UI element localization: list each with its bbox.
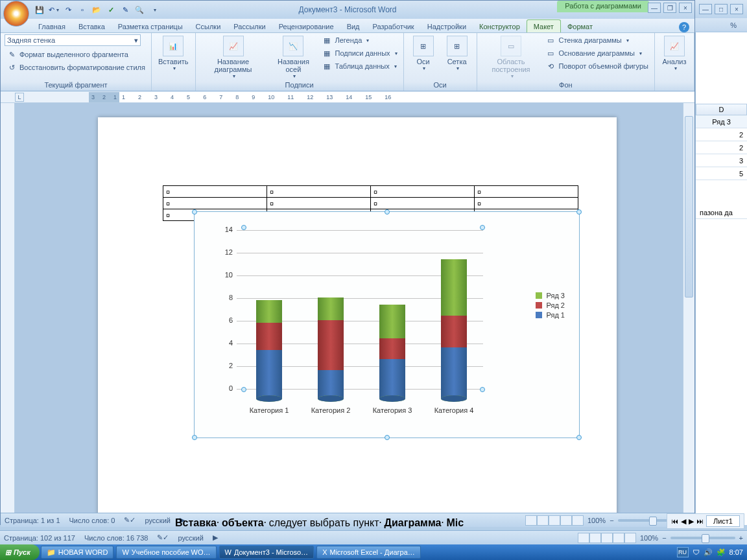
view-web[interactable] — [549, 515, 560, 526]
outer-macro-icon[interactable]: ▶ — [213, 533, 218, 542]
excel-series-header[interactable]: Ряд 3 — [696, 115, 747, 128]
taskbar-word-1[interactable]: WУчебное пособие WO… — [116, 546, 216, 559]
outer-spellcheck-icon[interactable]: ✎✓ — [157, 533, 169, 542]
office-button[interactable] — [3, 1, 29, 27]
plot-area-button[interactable]: ▭Область построения — [481, 34, 541, 80]
tab-selector[interactable]: L — [15, 93, 24, 102]
horizontal-ruler[interactable]: L 321 12345678910111213141516 — [1, 91, 694, 103]
sheet-tab[interactable]: Лист1 — [706, 515, 740, 527]
chart-legend[interactable]: Ряд 3Ряд 2Ряд 1 — [536, 290, 565, 321]
tab-review[interactable]: Рецензирование — [272, 20, 340, 32]
outer-view-5[interactable] — [624, 533, 636, 543]
page: ¤¤¤¤ ¤¤¤¤ ¤¤¤¤ 02468101214 Ряд 3 — [98, 117, 617, 513]
zoom-out-button[interactable]: − — [610, 517, 613, 524]
outer-view-1[interactable] — [578, 533, 589, 543]
document-area[interactable]: ¤¤¤¤ ¤¤¤¤ ¤¤¤¤ 02468101214 Ряд 3 — [15, 103, 683, 513]
tab-mailings[interactable]: Рассылки — [227, 20, 272, 32]
close-button[interactable]: × — [679, 3, 692, 13]
spellcheck-status-icon[interactable]: ✎✓ — [124, 516, 136, 524]
tab-developer[interactable]: Разработчик — [366, 20, 421, 32]
data-labels-button[interactable]: ▦Подписи данных — [320, 47, 399, 59]
outer-language[interactable]: русский — [178, 534, 203, 542]
chart-title-button[interactable]: 📈Название диаграммы — [200, 34, 267, 80]
outer-view-3[interactable] — [601, 533, 613, 543]
data-table-button[interactable]: ▦Таблица данных — [320, 60, 399, 72]
excel-cell[interactable]: 2 — [696, 128, 747, 141]
outer-min-button[interactable]: — — [699, 4, 712, 14]
tab-insert[interactable]: Вставка — [72, 20, 112, 32]
outer-close-button[interactable]: × — [730, 4, 743, 14]
axis-titles-button[interactable]: 📉Названия осей — [269, 34, 317, 80]
outer-zoom-in[interactable]: + — [739, 534, 743, 542]
tab-chart-format[interactable]: Формат — [561, 20, 599, 32]
sheet-nav-next[interactable]: ▶ — [689, 517, 694, 526]
chart-plot-area[interactable]: 02468101214 — [237, 230, 483, 399]
language-bar[interactable]: RU — [677, 547, 689, 557]
outer-zoom-level[interactable]: 100% — [640, 534, 658, 542]
view-draft[interactable] — [572, 515, 584, 526]
reset-style-button[interactable]: ↺Восстановить форматирование стиля — [5, 62, 147, 73]
excel-icon: X — [322, 548, 327, 556]
sheet-nav-prev[interactable]: ◀ — [681, 517, 686, 526]
word-count[interactable]: Число слов: 0 — [69, 517, 115, 524]
legend-button[interactable]: ▦Легенда — [320, 34, 399, 46]
outer-page-indicator[interactable]: Страница: 102 из 117 — [4, 534, 75, 542]
tab-chart-design[interactable]: Конструктор — [473, 20, 527, 32]
outer-ribbon-pct[interactable]: % — [724, 19, 743, 31]
outer-view-2[interactable] — [589, 533, 601, 543]
chart-wall-button[interactable]: ▭Стенка диаграммы — [543, 34, 650, 46]
tray-icon[interactable]: 🛡 — [693, 548, 700, 556]
word-window: 💾 ↶ ↷ ▫ 📂 ✓ ✎ 🔍 Документ3 - Microsoft Wo… — [0, 0, 695, 525]
vertical-ruler[interactable] — [1, 103, 15, 513]
tray-icon[interactable]: 🧩 — [717, 548, 726, 557]
minimize-button[interactable]: — — [648, 3, 661, 13]
restore-button[interactable]: ❐ — [663, 3, 676, 13]
view-print-layout[interactable] — [525, 515, 537, 526]
page-indicator[interactable]: Страница: 1 из 1 — [5, 517, 60, 524]
axes-button[interactable]: ⊞Оси — [408, 34, 439, 73]
view-outline[interactable] — [560, 515, 572, 526]
start-button[interactable]: ⊞Пуск — [0, 544, 40, 560]
vertical-scrollbar[interactable] — [683, 103, 694, 513]
tab-addins[interactable]: Надстройки — [421, 20, 473, 32]
chart-object[interactable]: 02468101214 Ряд 3Ряд 2Ряд 1 Категория 1К… — [194, 211, 580, 438]
tab-view[interactable]: Вид — [340, 20, 366, 32]
tab-home[interactable]: Главная — [32, 20, 72, 32]
excel-cell[interactable]: 3 — [696, 154, 747, 167]
ribbon-tabs: Главная Вставка Разметка страницы Ссылки… — [1, 19, 694, 33]
gridlines-button[interactable]: ⊞Сетка — [442, 34, 473, 73]
view-fullscreen[interactable] — [537, 515, 549, 526]
chart-floor-button[interactable]: ▭Основание диаграммы — [543, 47, 650, 59]
3d-rotation-button[interactable]: ⟲Поворот объемной фигуры — [543, 60, 650, 72]
word-icon: W — [225, 548, 231, 556]
taskbar-excel[interactable]: XMicrosoft Excel - Диагра… — [316, 546, 421, 559]
tray-icon[interactable]: 🔊 — [704, 548, 713, 557]
excel-range-text: пазона да — [696, 206, 747, 219]
excel-cell[interactable]: 2 — [696, 141, 747, 154]
zoom-level[interactable]: 100% — [587, 517, 606, 524]
language-indicator[interactable]: русский — [145, 517, 170, 524]
help-icon[interactable]: ? — [679, 22, 689, 32]
sheet-nav-last[interactable]: ⏭ — [696, 517, 704, 525]
outer-word-count[interactable]: Число слов: 16 738 — [84, 534, 148, 542]
tab-references[interactable]: Ссылки — [189, 20, 228, 32]
outer-view-4[interactable] — [613, 533, 624, 543]
group-background: Фон — [481, 80, 650, 89]
outer-max-button[interactable]: □ — [715, 4, 728, 14]
sheet-nav-first[interactable]: ⏮ — [671, 517, 678, 525]
format-selection-button[interactable]: ✎Формат выделенного фрагмента — [5, 49, 130, 60]
outer-zoom-out[interactable]: − — [662, 534, 666, 542]
outer-zoom-slider[interactable] — [670, 537, 735, 539]
excel-col-header[interactable]: D — [696, 104, 747, 115]
chart-tools-context: Работа с диаграммами — [557, 1, 649, 12]
tab-page-layout[interactable]: Разметка страницы — [112, 20, 189, 32]
taskbar-folder[interactable]: 📁НОВАЯ WORD — [41, 546, 114, 559]
excel-cell[interactable]: 5 — [696, 167, 747, 180]
title-bar: 💾 ↶ ↷ ▫ 📂 ✓ ✎ 🔍 Документ3 - Microsoft Wo… — [1, 1, 694, 19]
taskbar-word-2[interactable]: WДокумент3 - Microso… — [219, 546, 314, 559]
insert-button[interactable]: 📊Вставить — [156, 34, 191, 73]
chart-element-selector[interactable]: Задняя стенка▾ — [5, 34, 141, 46]
clock[interactable]: 8:07 — [729, 548, 743, 556]
tab-chart-layout[interactable]: Макет — [527, 19, 561, 32]
analysis-button[interactable]: 📈Анализ — [659, 34, 690, 73]
